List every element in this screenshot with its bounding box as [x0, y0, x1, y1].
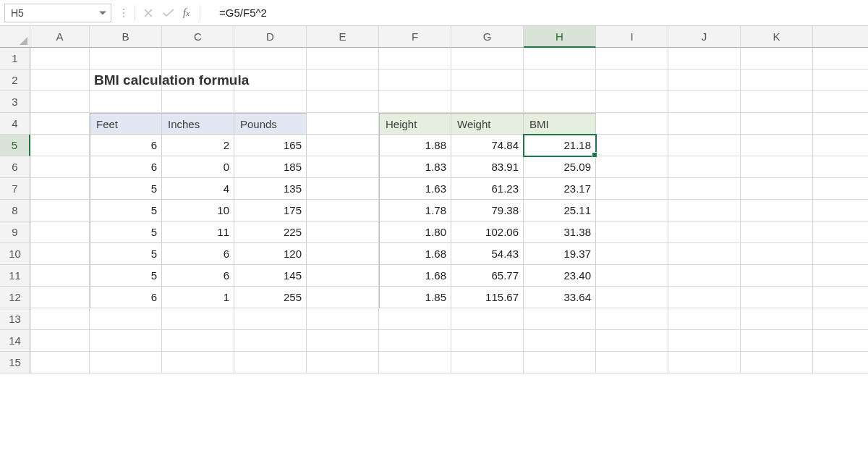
- row-header[interactable]: 5: [0, 135, 30, 156]
- cell[interactable]: [30, 135, 90, 156]
- cell[interactable]: [741, 48, 813, 69]
- cell[interactable]: [379, 69, 451, 91]
- cell[interactable]: [90, 308, 162, 330]
- cell[interactable]: [30, 352, 90, 373]
- cell[interactable]: [162, 352, 234, 373]
- formula-input[interactable]: [203, 4, 864, 22]
- cell[interactable]: 1.68: [379, 243, 451, 265]
- cell[interactable]: [741, 265, 813, 287]
- cell[interactable]: 2: [162, 135, 234, 156]
- cell[interactable]: [30, 156, 90, 178]
- cell[interactable]: [596, 178, 668, 200]
- cell[interactable]: 0: [162, 156, 234, 178]
- cell[interactable]: [451, 69, 524, 91]
- cell[interactable]: [668, 69, 741, 91]
- cell[interactable]: [813, 69, 868, 91]
- cell[interactable]: [596, 287, 668, 308]
- cell[interactable]: [668, 135, 741, 156]
- cell[interactable]: [307, 156, 379, 178]
- cell[interactable]: [162, 48, 234, 69]
- cell[interactable]: 25.11: [524, 200, 596, 221]
- cell[interactable]: [30, 265, 90, 287]
- cell[interactable]: [813, 287, 868, 308]
- cell[interactable]: [741, 287, 813, 308]
- cell[interactable]: [596, 265, 668, 287]
- row-header[interactable]: 8: [0, 200, 30, 221]
- cell[interactable]: [524, 69, 596, 91]
- cell[interactable]: [813, 243, 868, 265]
- cell[interactable]: [596, 200, 668, 221]
- cell[interactable]: [90, 352, 162, 373]
- row-header[interactable]: 2: [0, 69, 30, 91]
- drag-handle-icon[interactable]: [116, 9, 132, 17]
- cell[interactable]: [30, 48, 90, 69]
- row-header[interactable]: 3: [0, 91, 30, 113]
- column-header[interactable]: C: [162, 26, 234, 48]
- cell[interactable]: 115.67: [451, 287, 524, 308]
- cell[interactable]: [307, 178, 379, 200]
- cell[interactable]: [524, 308, 596, 330]
- row-header[interactable]: 10: [0, 243, 30, 265]
- cell[interactable]: Pounds: [234, 113, 307, 135]
- cell[interactable]: [596, 352, 668, 373]
- cell[interactable]: 1.68: [379, 265, 451, 287]
- cell[interactable]: [379, 330, 451, 352]
- cell[interactable]: [90, 48, 162, 69]
- cell[interactable]: [30, 113, 90, 135]
- cell[interactable]: 1.83: [379, 156, 451, 178]
- cell[interactable]: [668, 156, 741, 178]
- cell[interactable]: [307, 352, 379, 373]
- cell[interactable]: Weight: [451, 113, 524, 135]
- cell[interactable]: [451, 48, 524, 69]
- cell[interactable]: 11: [162, 221, 234, 243]
- cell[interactable]: [596, 135, 668, 156]
- cell[interactable]: [668, 91, 741, 113]
- spreadsheet-grid[interactable]: ABCDEFGHIJK12BMI calculation formula34Fe…: [0, 26, 868, 373]
- cell[interactable]: 1.80: [379, 221, 451, 243]
- cell[interactable]: 5: [90, 200, 162, 221]
- cell[interactable]: [668, 243, 741, 265]
- cell[interactable]: [307, 243, 379, 265]
- cell[interactable]: 145: [234, 265, 307, 287]
- cell[interactable]: [668, 178, 741, 200]
- cell[interactable]: [668, 308, 741, 330]
- cell[interactable]: [596, 221, 668, 243]
- cell[interactable]: [596, 91, 668, 113]
- cell[interactable]: [813, 178, 868, 200]
- row-header[interactable]: 13: [0, 308, 30, 330]
- cell[interactable]: [524, 352, 596, 373]
- chevron-down-icon[interactable]: [99, 11, 106, 14]
- cell[interactable]: [668, 48, 741, 69]
- cell[interactable]: [813, 135, 868, 156]
- cell[interactable]: 65.77: [451, 265, 524, 287]
- column-header[interactable]: F: [379, 26, 451, 48]
- cell[interactable]: 6: [162, 243, 234, 265]
- cell[interactable]: [813, 352, 868, 373]
- cell[interactable]: [379, 48, 451, 69]
- row-header[interactable]: 11: [0, 265, 30, 287]
- cell[interactable]: [307, 113, 379, 135]
- cell[interactable]: [234, 330, 307, 352]
- cell[interactable]: [30, 221, 90, 243]
- cell[interactable]: [30, 287, 90, 308]
- cell[interactable]: [307, 69, 379, 91]
- cell[interactable]: 25.09: [524, 156, 596, 178]
- cell[interactable]: [307, 265, 379, 287]
- cell[interactable]: 135: [234, 178, 307, 200]
- cell[interactable]: [451, 91, 524, 113]
- cell[interactable]: [234, 308, 307, 330]
- cell[interactable]: [379, 352, 451, 373]
- column-header[interactable]: G: [451, 26, 524, 48]
- cell[interactable]: [451, 352, 524, 373]
- column-header[interactable]: D: [234, 26, 307, 48]
- cell[interactable]: [451, 308, 524, 330]
- cell[interactable]: [813, 156, 868, 178]
- cell[interactable]: [234, 48, 307, 69]
- cell[interactable]: [813, 265, 868, 287]
- cell[interactable]: [30, 308, 90, 330]
- cell[interactable]: [596, 48, 668, 69]
- cell[interactable]: Feet: [90, 113, 162, 135]
- cell[interactable]: [524, 91, 596, 113]
- cell[interactable]: Inches: [162, 113, 234, 135]
- cell[interactable]: BMI: [524, 113, 596, 135]
